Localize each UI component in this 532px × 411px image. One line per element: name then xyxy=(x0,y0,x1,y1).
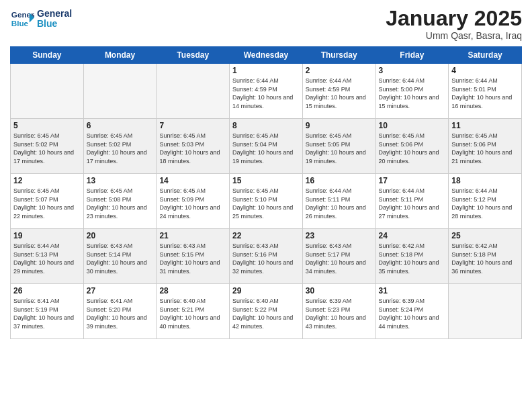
calendar-cell: 13 Sunrise: 6:45 AM Sunset: 5:08 PM Dayl… xyxy=(83,174,157,229)
location: Umm Qasr, Basra, Iraq xyxy=(386,30,522,41)
day-number: 7 xyxy=(159,121,226,130)
day-info: Sunrise: 6:44 AM Sunset: 5:00 PM Dayligh… xyxy=(379,77,446,110)
day-info: Sunrise: 6:45 AM Sunset: 5:07 PM Dayligh… xyxy=(13,187,81,220)
day-info: Sunrise: 6:45 AM Sunset: 5:06 PM Dayligh… xyxy=(379,132,446,165)
calendar-cell: 6 Sunrise: 6:45 AM Sunset: 5:02 PM Dayli… xyxy=(83,119,157,174)
col-monday: Monday xyxy=(83,47,157,64)
day-info: Sunrise: 6:43 AM Sunset: 5:16 PM Dayligh… xyxy=(232,242,300,275)
calendar-cell: 18 Sunrise: 6:44 AM Sunset: 5:12 PM Dayl… xyxy=(449,174,522,229)
calendar-cell: 28 Sunrise: 6:40 AM Sunset: 5:21 PM Dayl… xyxy=(157,284,230,339)
day-number: 24 xyxy=(379,231,446,240)
day-number: 8 xyxy=(232,121,300,130)
day-number: 26 xyxy=(13,286,81,295)
col-sunday: Sunday xyxy=(11,47,84,64)
calendar-week-0: 1 Sunrise: 6:44 AM Sunset: 4:59 PM Dayli… xyxy=(11,64,522,119)
calendar-cell: 25 Sunrise: 6:42 AM Sunset: 5:18 PM Dayl… xyxy=(449,229,522,284)
calendar-cell xyxy=(157,64,230,119)
day-info: Sunrise: 6:45 AM Sunset: 5:05 PM Dayligh… xyxy=(306,132,373,165)
day-number: 16 xyxy=(306,176,373,185)
day-number: 27 xyxy=(87,286,154,295)
day-info: Sunrise: 6:40 AM Sunset: 5:21 PM Dayligh… xyxy=(159,297,226,330)
day-number: 17 xyxy=(379,176,446,185)
calendar-cell xyxy=(83,64,157,119)
col-thursday: Thursday xyxy=(302,47,375,64)
day-number: 15 xyxy=(232,176,300,185)
month-title: January 2025 xyxy=(386,7,522,30)
calendar-cell: 27 Sunrise: 6:41 AM Sunset: 5:20 PM Dayl… xyxy=(83,284,157,339)
calendar-cell: 26 Sunrise: 6:41 AM Sunset: 5:19 PM Dayl… xyxy=(11,284,84,339)
calendar-cell: 11 Sunrise: 6:45 AM Sunset: 5:06 PM Dayl… xyxy=(449,119,522,174)
col-friday: Friday xyxy=(375,47,449,64)
calendar-cell: 19 Sunrise: 6:44 AM Sunset: 5:13 PM Dayl… xyxy=(11,229,84,284)
day-info: Sunrise: 6:44 AM Sunset: 5:12 PM Dayligh… xyxy=(451,187,519,220)
calendar-cell: 31 Sunrise: 6:39 AM Sunset: 5:24 PM Dayl… xyxy=(375,284,449,339)
day-info: Sunrise: 6:45 AM Sunset: 5:03 PM Dayligh… xyxy=(159,132,226,165)
logo-text-line1: General xyxy=(37,9,72,19)
day-number: 5 xyxy=(13,121,81,130)
day-info: Sunrise: 6:39 AM Sunset: 5:23 PM Dayligh… xyxy=(306,297,373,330)
header: General Blue General Blue January 2025 U… xyxy=(10,7,522,41)
day-number: 18 xyxy=(451,176,519,185)
calendar-cell: 21 Sunrise: 6:43 AM Sunset: 5:15 PM Dayl… xyxy=(157,229,230,284)
calendar-cell: 12 Sunrise: 6:45 AM Sunset: 5:07 PM Dayl… xyxy=(11,174,84,229)
day-number: 14 xyxy=(159,176,226,185)
day-number: 1 xyxy=(232,66,300,75)
calendar-cell xyxy=(11,64,84,119)
day-number: 9 xyxy=(306,121,373,130)
calendar-cell: 29 Sunrise: 6:40 AM Sunset: 5:22 PM Dayl… xyxy=(230,284,303,339)
day-number: 3 xyxy=(379,66,446,75)
day-info: Sunrise: 6:45 AM Sunset: 5:09 PM Dayligh… xyxy=(159,187,226,220)
day-info: Sunrise: 6:39 AM Sunset: 5:24 PM Dayligh… xyxy=(379,297,446,330)
day-number: 2 xyxy=(306,66,373,75)
day-info: Sunrise: 6:45 AM Sunset: 5:08 PM Dayligh… xyxy=(87,187,154,220)
col-tuesday: Tuesday xyxy=(157,47,230,64)
day-info: Sunrise: 6:43 AM Sunset: 5:17 PM Dayligh… xyxy=(306,242,373,275)
day-info: Sunrise: 6:44 AM Sunset: 5:11 PM Dayligh… xyxy=(306,187,373,220)
page-container: General Blue General Blue January 2025 U… xyxy=(0,0,532,346)
day-number: 23 xyxy=(306,231,373,240)
logo-text-line2: Blue xyxy=(37,19,72,29)
day-number: 29 xyxy=(232,286,300,295)
calendar-cell: 20 Sunrise: 6:43 AM Sunset: 5:14 PM Dayl… xyxy=(83,229,157,284)
day-info: Sunrise: 6:45 AM Sunset: 5:02 PM Dayligh… xyxy=(87,132,154,165)
calendar-cell: 7 Sunrise: 6:45 AM Sunset: 5:03 PM Dayli… xyxy=(157,119,230,174)
calendar-week-1: 5 Sunrise: 6:45 AM Sunset: 5:02 PM Dayli… xyxy=(11,119,522,174)
calendar-cell: 9 Sunrise: 6:45 AM Sunset: 5:05 PM Dayli… xyxy=(302,119,375,174)
day-number: 11 xyxy=(451,121,519,130)
day-info: Sunrise: 6:42 AM Sunset: 5:18 PM Dayligh… xyxy=(379,242,446,275)
calendar-cell: 22 Sunrise: 6:43 AM Sunset: 5:16 PM Dayl… xyxy=(230,229,303,284)
day-info: Sunrise: 6:44 AM Sunset: 5:11 PM Dayligh… xyxy=(379,187,446,220)
day-info: Sunrise: 6:45 AM Sunset: 5:10 PM Dayligh… xyxy=(232,187,300,220)
day-info: Sunrise: 6:41 AM Sunset: 5:19 PM Dayligh… xyxy=(13,297,81,330)
day-info: Sunrise: 6:44 AM Sunset: 4:59 PM Dayligh… xyxy=(306,77,373,110)
calendar-cell: 10 Sunrise: 6:45 AM Sunset: 5:06 PM Dayl… xyxy=(375,119,449,174)
calendar-cell: 3 Sunrise: 6:44 AM Sunset: 5:00 PM Dayli… xyxy=(375,64,449,119)
col-wednesday: Wednesday xyxy=(230,47,303,64)
calendar-cell: 1 Sunrise: 6:44 AM Sunset: 4:59 PM Dayli… xyxy=(230,64,303,119)
calendar-cell: 14 Sunrise: 6:45 AM Sunset: 5:09 PM Dayl… xyxy=(157,174,230,229)
day-number: 21 xyxy=(159,231,226,240)
title-area: January 2025 Umm Qasr, Basra, Iraq xyxy=(386,7,522,41)
day-info: Sunrise: 6:45 AM Sunset: 5:06 PM Dayligh… xyxy=(451,132,519,165)
calendar-cell: 5 Sunrise: 6:45 AM Sunset: 5:02 PM Dayli… xyxy=(11,119,84,174)
col-saturday: Saturday xyxy=(449,47,522,64)
day-info: Sunrise: 6:45 AM Sunset: 5:04 PM Dayligh… xyxy=(232,132,300,165)
day-info: Sunrise: 6:45 AM Sunset: 5:02 PM Dayligh… xyxy=(13,132,81,165)
logo: General Blue General Blue xyxy=(10,7,72,31)
header-row: Sunday Monday Tuesday Wednesday Thursday… xyxy=(11,47,522,64)
calendar-table: Sunday Monday Tuesday Wednesday Thursday… xyxy=(10,46,522,339)
day-info: Sunrise: 6:40 AM Sunset: 5:22 PM Dayligh… xyxy=(232,297,300,330)
day-number: 6 xyxy=(87,121,154,130)
day-info: Sunrise: 6:44 AM Sunset: 5:01 PM Dayligh… xyxy=(451,77,519,110)
day-info: Sunrise: 6:42 AM Sunset: 5:18 PM Dayligh… xyxy=(451,242,519,275)
day-number: 30 xyxy=(306,286,373,295)
calendar-week-4: 26 Sunrise: 6:41 AM Sunset: 5:19 PM Dayl… xyxy=(11,284,522,339)
calendar-week-3: 19 Sunrise: 6:44 AM Sunset: 5:13 PM Dayl… xyxy=(11,229,522,284)
day-info: Sunrise: 6:44 AM Sunset: 5:13 PM Dayligh… xyxy=(13,242,81,275)
calendar-week-2: 12 Sunrise: 6:45 AM Sunset: 5:07 PM Dayl… xyxy=(11,174,522,229)
day-info: Sunrise: 6:43 AM Sunset: 5:15 PM Dayligh… xyxy=(159,242,226,275)
calendar-cell: 2 Sunrise: 6:44 AM Sunset: 4:59 PM Dayli… xyxy=(302,64,375,119)
day-number: 22 xyxy=(232,231,300,240)
day-number: 12 xyxy=(13,176,81,185)
calendar-cell: 30 Sunrise: 6:39 AM Sunset: 5:23 PM Dayl… xyxy=(302,284,375,339)
